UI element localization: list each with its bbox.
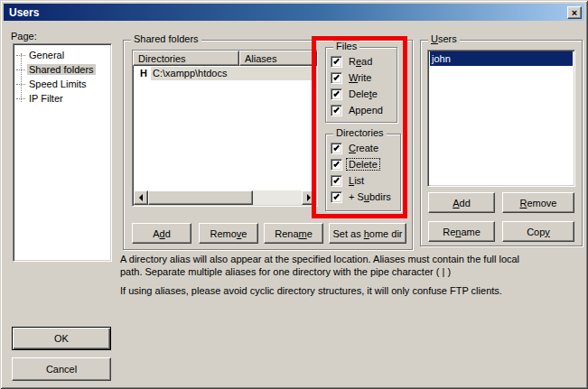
button-label: Cancel (46, 364, 77, 375)
listview-header: Directories Aliases (133, 51, 317, 66)
button-label: Rename (443, 227, 481, 237)
checkbox-label: List (347, 175, 366, 186)
scroll-left-icon (135, 194, 143, 201)
rename-folder-button[interactable]: Rename (264, 223, 323, 244)
read-checkbox[interactable] (331, 56, 342, 68)
page-label: Page: (11, 31, 37, 42)
write-checkbox[interactable] (331, 72, 342, 84)
title-bar[interactable]: Users × (4, 4, 584, 21)
users-group-label: Users (428, 33, 460, 44)
horizontal-scrollbar[interactable] (134, 190, 316, 205)
user-list-item[interactable]: john (430, 51, 573, 66)
directory-path: C:\xampp\htdocs (151, 67, 317, 80)
checkmark-icon (333, 57, 340, 63)
button-label: Rename (275, 228, 313, 239)
append-checkbox[interactable] (331, 105, 342, 116)
checkbox-label: Create (347, 143, 380, 153)
checkmark-icon (333, 192, 340, 199)
remove-folder-button[interactable]: Remove (199, 223, 258, 244)
checkbox-row-delete-files[interactable]: Delete (331, 88, 379, 100)
checkbox-label: Append (347, 105, 385, 116)
set-as-home-dir-button[interactable]: Set as home dir (329, 223, 406, 244)
sidebar-item-label: General (27, 50, 66, 60)
close-icon: × (572, 8, 577, 17)
checkbox-row-create[interactable]: Create (331, 142, 380, 154)
sidebar-item-label: IP Filter (27, 93, 65, 104)
button-label: Add (453, 198, 471, 208)
users-dialog: Users × Page: General Shared folders Spe… (0, 0, 588, 389)
button-label: Set as home dir (332, 228, 402, 239)
rename-user-button[interactable]: Rename (428, 221, 495, 242)
shared-folders-group-label: Shared folders (131, 33, 201, 44)
home-marker: H (133, 68, 151, 79)
close-button[interactable]: × (567, 6, 582, 19)
delete-files-checkbox[interactable] (331, 88, 342, 100)
tree-stub (16, 84, 25, 85)
users-listbox[interactable]: john (427, 50, 575, 187)
checkbox-label: Write (347, 72, 373, 83)
tree-stub (16, 55, 25, 56)
column-header-directories[interactable]: Directories (133, 51, 239, 66)
checkmark-icon (333, 89, 340, 96)
checkbox-label-focused: Delete (347, 159, 379, 170)
checkbox-row-write[interactable]: Write (331, 71, 373, 84)
button-label: Remove (520, 198, 557, 208)
cancel-button[interactable]: Cancel (12, 357, 111, 381)
ok-button[interactable]: OK (12, 327, 111, 350)
page-tree: General Shared folders Speed Limits IP F… (13, 43, 112, 262)
checkmark-icon (333, 144, 340, 150)
files-group-label: Files (333, 41, 359, 51)
directories-listview[interactable]: Directories Aliases H C:\xampp\htdocs (132, 50, 318, 207)
copy-user-button[interactable]: Copy (502, 221, 574, 242)
button-label: Add (153, 228, 171, 239)
checkbox-label: + Subdirs (347, 191, 393, 202)
scroll-left-button[interactable] (134, 190, 148, 205)
checkbox-row-list[interactable]: List (331, 174, 366, 187)
sidebar-item-label: Shared folders (27, 64, 96, 75)
list-checkbox[interactable] (331, 175, 342, 187)
sidebar-item-shared-folders[interactable]: Shared folders (14, 62, 111, 77)
scrollbar-track[interactable] (253, 190, 302, 205)
checkbox-row-delete-dirs[interactable]: Delete (331, 158, 379, 171)
tree-stub (16, 69, 25, 70)
subdirs-checkbox[interactable] (331, 191, 342, 203)
add-user-button[interactable]: Add (428, 192, 495, 213)
scroll-right-button[interactable] (302, 190, 316, 205)
checkbox-row-append[interactable]: Append (331, 104, 385, 116)
remove-user-button[interactable]: Remove (502, 192, 574, 213)
checkmark-icon (333, 73, 340, 79)
sidebar-item-label: Speed Limits (27, 79, 89, 89)
alias-note-line2: path. Separate multiple aliases for one … (120, 266, 451, 277)
checkmark-icon (333, 160, 340, 166)
delete-dirs-checkbox[interactable] (331, 159, 342, 171)
button-label: Remove (210, 228, 247, 239)
scroll-right-icon (307, 194, 314, 201)
cyclic-note: If using aliases, please avoid cyclic di… (120, 285, 502, 296)
checkmark-icon (333, 106, 340, 112)
checkbox-row-subdirs[interactable]: + Subdirs (331, 190, 393, 203)
user-name: john (432, 53, 451, 64)
button-label: OK (54, 333, 69, 344)
dialog-title: Users (9, 6, 567, 19)
checkbox-label: Read (347, 56, 374, 67)
checkbox-label: Delete (347, 88, 379, 99)
directories-group-label: Directories (333, 127, 387, 138)
alias-note-line1: A directory alias will also appear at th… (120, 254, 519, 264)
button-label: Copy (527, 227, 550, 237)
sidebar-item-general[interactable]: General (14, 48, 111, 62)
create-checkbox[interactable] (331, 143, 342, 154)
sidebar-item-ip-filter[interactable]: IP Filter (14, 91, 111, 106)
checkbox-row-read[interactable]: Read (331, 55, 374, 68)
column-header-aliases[interactable]: Aliases (239, 51, 317, 66)
checkmark-icon (333, 176, 340, 182)
directory-row[interactable]: H C:\xampp\htdocs (133, 66, 317, 80)
tree-stub (16, 98, 25, 99)
sidebar-item-speed-limits[interactable]: Speed Limits (14, 77, 111, 91)
add-folder-button[interactable]: Add (132, 223, 191, 244)
scrollbar-thumb[interactable] (148, 190, 253, 205)
